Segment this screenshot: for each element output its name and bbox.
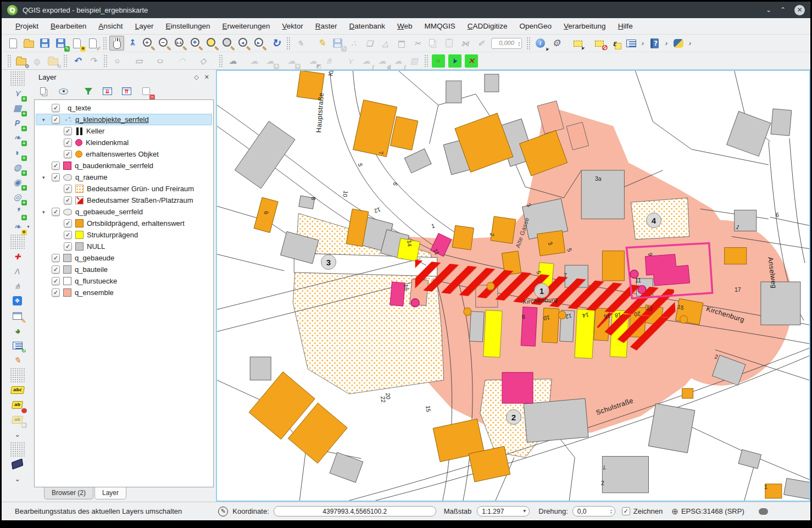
remove-layer-button[interactable]: −	[138, 84, 153, 99]
menu-item[interactable]: Web	[391, 18, 419, 34]
layer-checkbox[interactable]	[52, 115, 60, 124]
label-tool-button[interactable]: abc	[10, 382, 25, 397]
paste-style-button[interactable]: ↷	[86, 53, 101, 68]
cad-area-d-button[interactable]: ☁ d	[375, 53, 390, 68]
pin-label-disabled-button[interactable]: ab ●	[10, 412, 25, 427]
cad-construction-button[interactable]: Λ	[10, 264, 25, 279]
layer-checkbox[interactable]	[52, 265, 60, 274]
layer-checkbox[interactable]	[52, 254, 60, 262]
zoom-full-button[interactable]: ❖	[189, 36, 204, 51]
current-edits-button[interactable]: ✎	[293, 36, 308, 51]
toolbar-overflow-button[interactable]: ›	[639, 36, 646, 51]
coordinate-input[interactable]: 4397993.4,5565100.2	[274, 506, 436, 516]
zoom-to-layer-button[interactable]	[221, 36, 236, 51]
cad-point-capture-button[interactable]: ✚	[10, 249, 25, 264]
layer-checkbox[interactable]	[52, 173, 60, 181]
toolbar-overflow-button[interactable]: ⌄	[10, 427, 25, 442]
cad-ellipse-tool-button[interactable]: ○	[153, 53, 168, 68]
zoom-to-selection-button[interactable]	[205, 36, 220, 51]
zoom-next-button[interactable]: ▸	[253, 36, 268, 51]
layer-checkbox[interactable]	[64, 150, 72, 158]
panel-tab[interactable]: Browser (2)	[44, 487, 93, 499]
opengeo-zoom-button[interactable]: ○	[432, 54, 445, 68]
menu-item[interactable]: Hilfe	[612, 18, 639, 34]
minimize-icon[interactable]: ⌄	[766, 6, 771, 14]
menu-item[interactable]: Bearbeiten	[45, 18, 92, 34]
help-contents-button[interactable]: ?	[647, 36, 662, 51]
expand-chevron-icon[interactable]	[42, 209, 48, 215]
pin-label-button[interactable]: ab ●	[10, 397, 25, 412]
new-print-composer-button[interactable]: ✱	[69, 36, 84, 51]
add-feature-button[interactable]: ∴	[346, 36, 361, 51]
render-checkbox[interactable]	[622, 507, 630, 515]
layer-checkbox[interactable]	[52, 104, 60, 112]
rotation-spinbox[interactable]: 0,0	[572, 506, 615, 516]
menu-item[interactable]: CADDigitize	[461, 18, 514, 34]
menu-item[interactable]: Erweiterungen	[216, 18, 276, 34]
add-wcs-layer-button[interactable]: ◉ +	[10, 175, 25, 190]
panel-tab[interactable]: Layer	[94, 487, 126, 499]
deselect-all-button[interactable]	[592, 36, 607, 51]
composer-manager-button[interactable]: ✐	[85, 36, 100, 51]
new-project-button[interactable]	[5, 36, 20, 51]
menu-item[interactable]: Verarbeitung	[558, 18, 612, 34]
opengeo-remove-button[interactable]: ✕	[465, 54, 478, 68]
sketch-editor-button[interactable]: ✎	[10, 353, 25, 368]
cad-polygon-tool-button[interactable]: ◇	[196, 53, 210, 68]
float-panel-icon[interactable]: ◇	[194, 74, 198, 81]
paste-features-button[interactable]	[442, 36, 457, 51]
layer-tree-row[interactable]: q_texte	[36, 102, 212, 114]
layer-checkbox[interactable]	[64, 185, 72, 193]
layer-tree-row[interactable]: q_baudenkmale_serrfeld	[36, 160, 212, 171]
title-bar[interactable]: Q QGIS exported - beispiel_ergebniskarte…	[2, 2, 810, 18]
layer-tree-row[interactable]: q_raeume	[36, 171, 212, 183]
cad-new-blob-2-button[interactable]: ☁ ✱	[284, 53, 299, 68]
dock-handle[interactable]	[10, 71, 25, 86]
delete-selected-button[interactable]	[394, 36, 409, 51]
toolbar-separator[interactable]	[219, 54, 223, 68]
filter-legend-button[interactable]	[81, 84, 96, 99]
add-vector-layer-button[interactable]: ⋎ +	[10, 86, 25, 101]
open-project-button[interactable]	[21, 36, 36, 51]
move-vertex-button[interactable]: ❖	[10, 293, 25, 308]
toolbar-separator[interactable]	[424, 54, 428, 68]
attribute-table-button[interactable]	[624, 36, 638, 51]
cad-split-blob-button[interactable]: ☁ ◩	[305, 53, 320, 68]
layer-checkbox[interactable]	[64, 242, 72, 251]
refresh-map-button[interactable]: ↻	[269, 36, 283, 51]
add-wfs-layer-button[interactable]: ◎ +	[10, 190, 25, 204]
expand-chevron-icon[interactable]	[42, 117, 48, 123]
save-project-button[interactable]	[37, 36, 52, 51]
menu-item[interactable]: Layer	[129, 18, 160, 34]
opengeo-identify-button[interactable]: ➤	[448, 54, 461, 68]
add-group-button[interactable]	[37, 84, 52, 99]
layer-tree-row[interactable]: q_flurstuecke	[36, 275, 212, 287]
layer-checkbox[interactable]	[64, 219, 72, 227]
scale-combobox[interactable]: 1:1.297	[477, 506, 530, 516]
layer-tree-row[interactable]: q_ensemble	[36, 287, 212, 298]
layer-checkbox[interactable]	[52, 277, 60, 285]
manage-visibility-button[interactable]	[56, 84, 71, 99]
layer-checkbox[interactable]	[52, 162, 60, 170]
dock-separator[interactable]	[10, 442, 25, 457]
layer-checkbox[interactable]	[64, 231, 72, 239]
close-panel-icon[interactable]: ✕	[204, 74, 209, 81]
map-canvas[interactable]: Hauptstraße Kr NES 4 Alte Gasse Kirchenb…	[216, 70, 810, 502]
cad-hatch-tool-button[interactable]: ▨	[407, 53, 421, 68]
zoom-last-button[interactable]: ◂	[237, 36, 252, 51]
menu-item[interactable]: Datenbank	[343, 18, 391, 34]
layer-tree-row[interactable]: Strukturprägend	[36, 229, 212, 241]
toolbar-overflow-button[interactable]: ›	[687, 36, 693, 51]
layer-tree-row[interactable]: q_gebaeude	[36, 252, 212, 264]
toolbar-separator[interactable]	[526, 37, 530, 50]
add-wms-layer-button[interactable]: ◍ +	[10, 160, 25, 175]
menu-item[interactable]: OpenGeo	[514, 18, 558, 34]
layer-checkbox[interactable]	[52, 208, 60, 216]
cad-new-blob-button[interactable]: ☁ ✱	[263, 53, 277, 68]
layer-tree-row[interactable]: q_gebaeude_serrfeld	[36, 206, 212, 218]
menu-item[interactable]: Einstellungen	[159, 18, 216, 34]
layer-tree-row[interactable]: q_bauteile	[36, 264, 212, 275]
copy-style-button[interactable]: ↶	[70, 53, 85, 68]
layer-tree-row[interactable]: Bedeutsamer Grün- und Freiraum	[36, 183, 212, 194]
add-postgis-layer-button[interactable]: P +	[10, 115, 25, 130]
